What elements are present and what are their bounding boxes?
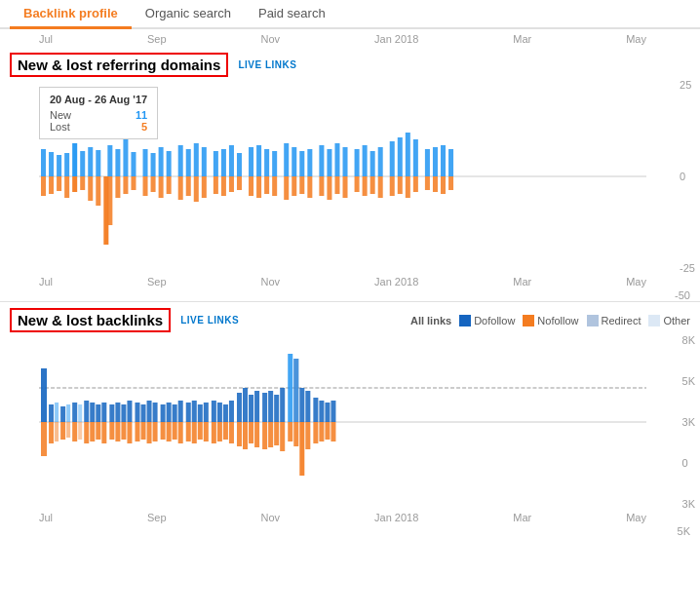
svg-rect-152 (204, 403, 209, 422)
tab-organic-search[interactable]: Organic search (132, 0, 245, 29)
top-x-axis: Jul Sep Nov Jan 2018 Mar May (0, 29, 700, 47)
svg-rect-34 (178, 176, 183, 200)
svg-rect-39 (202, 147, 207, 176)
chart1-title: New & lost referring domains (10, 53, 228, 77)
svg-rect-57 (284, 143, 289, 176)
svg-rect-103 (49, 422, 54, 443)
chart2-legend: All links Dofollow Nofollow Redirect Oth… (410, 315, 690, 326)
tab-backlink-profile[interactable]: Backlink profile (10, 0, 132, 29)
svg-rect-101 (41, 422, 47, 456)
chart1-live-links-badge[interactable]: LIVE LINKS (238, 59, 296, 70)
svg-rect-117 (90, 422, 95, 441)
svg-rect-147 (186, 422, 191, 441)
chart1-bottom-right-label: -50 (0, 289, 700, 301)
svg-rect-100 (41, 368, 47, 422)
svg-rect-22 (123, 176, 128, 194)
svg-rect-123 (109, 422, 114, 440)
svg-rect-83 (398, 137, 403, 176)
svg-rect-7 (64, 153, 69, 176)
svg-rect-61 (299, 151, 304, 176)
svg-rect-10 (72, 176, 77, 192)
svg-rect-187 (313, 398, 318, 422)
chart2-svg (39, 334, 646, 510)
svg-rect-150 (198, 404, 203, 422)
svg-rect-9 (72, 143, 77, 176)
chart1-tooltip: 20 Aug - 26 Aug '17 New 11 Lost 5 (39, 87, 158, 139)
svg-rect-63 (307, 149, 312, 176)
svg-rect-71 (343, 147, 348, 176)
svg-rect-15 (96, 150, 100, 176)
svg-rect-163 (237, 422, 242, 446)
svg-rect-32 (167, 176, 172, 194)
svg-rect-41 (214, 151, 218, 176)
svg-rect-4 (49, 176, 54, 194)
chart2-header: New & lost backlinks LIVE LINKS All link… (0, 302, 700, 334)
svg-rect-175 (274, 422, 279, 445)
svg-rect-44 (221, 176, 226, 196)
svg-rect-190 (319, 422, 324, 441)
svg-rect-53 (264, 149, 269, 176)
svg-rect-158 (223, 404, 228, 422)
svg-rect-108 (66, 404, 70, 422)
svg-rect-70 (334, 176, 339, 194)
svg-rect-118 (96, 404, 100, 422)
legend-redirect: Redirect (587, 315, 642, 326)
svg-rect-91 (433, 147, 438, 176)
svg-rect-107 (60, 422, 65, 440)
svg-rect-114 (84, 401, 89, 422)
svg-rect-128 (127, 401, 132, 422)
svg-rect-56 (272, 176, 277, 196)
svg-rect-186 (305, 422, 310, 449)
svg-rect-88 (413, 176, 418, 192)
svg-rect-102 (49, 404, 54, 422)
svg-rect-21 (123, 137, 128, 176)
svg-rect-166 (249, 395, 253, 422)
svg-rect-115 (84, 422, 89, 443)
svg-rect-8 (64, 176, 69, 198)
svg-rect-173 (268, 422, 273, 447)
svg-rect-26 (143, 176, 148, 196)
legend-other: Other (648, 315, 690, 326)
svg-rect-55 (272, 151, 277, 176)
svg-rect-67 (327, 149, 331, 176)
svg-rect-31 (167, 151, 172, 176)
svg-rect-159 (223, 422, 228, 440)
svg-rect-1 (41, 149, 46, 176)
svg-rect-154 (212, 401, 216, 422)
svg-rect-90 (425, 176, 430, 190)
svg-rect-25 (143, 149, 148, 176)
svg-rect-78 (370, 176, 375, 194)
svg-rect-112 (78, 404, 82, 422)
svg-rect-96 (448, 176, 453, 190)
svg-rect-192 (325, 422, 330, 440)
svg-rect-181 (293, 422, 298, 446)
svg-rect-168 (254, 391, 259, 422)
svg-rect-97 (103, 176, 108, 245)
svg-rect-76 (363, 176, 368, 196)
svg-rect-124 (115, 403, 120, 422)
svg-rect-191 (325, 403, 330, 422)
svg-rect-93 (441, 145, 446, 176)
svg-rect-86 (406, 176, 410, 198)
chart2-title: New & lost backlinks (10, 308, 171, 332)
svg-rect-19 (115, 149, 120, 176)
svg-rect-135 (147, 422, 152, 443)
svg-rect-119 (96, 422, 100, 440)
tab-paid-search[interactable]: Paid search (245, 0, 339, 29)
svg-rect-12 (80, 176, 85, 190)
svg-rect-157 (217, 422, 222, 441)
svg-rect-11 (80, 151, 85, 176)
svg-rect-27 (151, 153, 156, 176)
svg-rect-79 (378, 147, 383, 176)
svg-rect-182 (293, 359, 298, 422)
chart2-live-links-badge[interactable]: LIVE LINKS (180, 315, 239, 326)
svg-rect-43 (221, 149, 226, 176)
svg-rect-94 (441, 176, 446, 194)
svg-rect-170 (262, 393, 267, 422)
svg-rect-81 (390, 141, 395, 176)
svg-rect-144 (178, 401, 183, 422)
svg-rect-60 (292, 176, 296, 196)
svg-rect-75 (363, 145, 368, 176)
svg-rect-126 (121, 404, 126, 422)
svg-rect-6 (57, 176, 61, 191)
